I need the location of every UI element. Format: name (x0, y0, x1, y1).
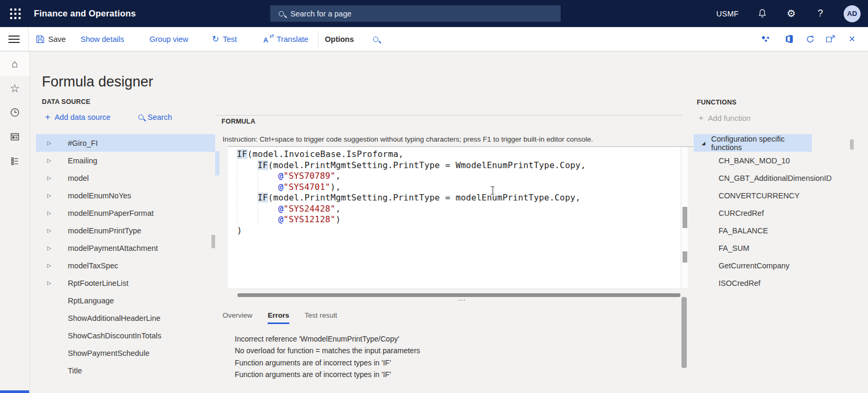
translate-button[interactable]: A ⇄ Translate (263, 27, 308, 51)
open-in-new-window-button[interactable] (826, 27, 835, 51)
nav-workspaces-button[interactable] (0, 125, 30, 149)
form-icon (10, 132, 20, 142)
tree-item-modelPaymentAttachment[interactable]: ▷modelPaymentAttachment (36, 239, 215, 257)
code-token: ) (237, 225, 242, 235)
office-apps-button[interactable] (785, 27, 794, 51)
show-details-button[interactable]: Show details (81, 27, 124, 51)
nav-modules-button[interactable] (0, 149, 30, 173)
results-vertical-scrollbar[interactable] (681, 297, 687, 368)
code-token: ), (330, 182, 341, 192)
popout-icon (826, 35, 835, 43)
function-item-FA_BALANCE[interactable]: FA_BALANCE (694, 222, 842, 239)
function-item-label: CONVERTCURRENCY (694, 191, 800, 200)
code-line: ) (237, 225, 680, 237)
tree-item-modelEnumPaperFormat[interactable]: ▷modelEnumPaperFormat (36, 204, 215, 222)
code-token: @ (278, 171, 284, 181)
tab-test-result[interactable]: Test result (305, 311, 338, 322)
top-navigation-bar: Finance and Operations Search for a page… (0, 0, 868, 27)
tree-item-modelEnumNoYes[interactable]: ▷modelEnumNoYes (36, 187, 215, 204)
formula-designer-page: Formula designer DATA SOURCE + Add data … (30, 51, 868, 393)
function-item-GetCurrentCompany[interactable]: GetCurrentCompany (694, 257, 842, 274)
avatar[interactable]: AD (844, 5, 861, 22)
company-picker[interactable]: USMF (716, 10, 739, 18)
tree-item-ShowCashDiscountInTotals[interactable]: ShowCashDiscountInTotals (36, 327, 215, 344)
refresh-test-icon: ↻ (212, 35, 219, 43)
tree-item-ShowAdditionalHeaderLine[interactable]: ShowAdditionalHeaderLine (36, 309, 215, 327)
add-data-source-button[interactable]: + Add data source (45, 112, 111, 121)
tree-item-RptLanguage[interactable]: RptLanguage (36, 292, 215, 309)
tab-errors[interactable]: Errors (268, 311, 289, 324)
tree-item-modelEnumPrintType[interactable]: ▷modelEnumPrintType (36, 222, 215, 239)
error-message: Incorrect reference 'WmodelEnumPrintType… (235, 333, 420, 345)
function-item-FA_SUM[interactable]: FA_SUM (694, 239, 842, 257)
formula-heading: FORMULA (222, 118, 255, 125)
data-source-heading: DATA SOURCE (42, 98, 91, 106)
tree-item-model[interactable]: ▷model (36, 169, 215, 187)
waffle-icon (10, 8, 21, 19)
expand-chevron-icon[interactable]: ▷ (36, 175, 52, 181)
tree-item-modelTaxSpec[interactable]: ▷modelTaxSpec (36, 257, 215, 274)
help-button[interactable]: ? (814, 8, 826, 20)
nav-home-button[interactable]: ⌂ (0, 51, 30, 76)
function-item-CH_BANK_MOD_10[interactable]: CH_BANK_MOD_10 (694, 152, 842, 169)
test-button[interactable]: ↻ Test (212, 27, 237, 51)
function-item-label: FA_BALANCE (694, 226, 768, 235)
data-source-scrollbar[interactable] (211, 235, 215, 248)
expand-chevron-icon[interactable]: ▷ (36, 280, 52, 286)
options-menu[interactable]: Options (325, 27, 354, 51)
tree-item-RptFooterLineList[interactable]: ▷RptFooterLineList (36, 274, 215, 292)
indent-guide (237, 214, 258, 225)
refresh-button[interactable] (805, 27, 815, 51)
collapse-triangle-icon[interactable]: ◢ (694, 141, 711, 146)
functions-scrollbar[interactable] (850, 139, 854, 150)
editor-vertical-scrollbar[interactable] (681, 147, 688, 288)
page-search-input[interactable]: Search for a page (270, 5, 561, 22)
tree-item-#Giro_FI[interactable]: ▷#Giro_FI (36, 134, 215, 152)
tree-item-ShowPaymentSchedule[interactable]: ShowPaymentSchedule (36, 344, 215, 362)
scrollbar-thumb[interactable] (683, 251, 687, 263)
code-token: @ (278, 182, 284, 192)
nav-rail: ⌂ ☆ (0, 51, 30, 393)
search-icon (279, 11, 284, 16)
expand-chevron-icon[interactable]: ▷ (36, 228, 52, 233)
splitter-handle[interactable]: ⋯ (430, 295, 494, 305)
save-button[interactable]: Save (36, 27, 66, 51)
nav-favorites-button[interactable]: ☆ (0, 76, 30, 100)
group-view-button[interactable]: Group view (149, 27, 188, 51)
function-item-ISOCredRef[interactable]: ISOCredRef (694, 274, 842, 292)
app-window: Finance and Operations Search for a page… (0, 0, 868, 393)
expand-chevron-icon[interactable]: ▷ (36, 158, 52, 163)
notifications-button[interactable] (756, 8, 768, 20)
add-function-button[interactable]: + Add function (698, 113, 751, 123)
flow-button[interactable] (760, 27, 771, 51)
formula-code-editor[interactable]: IF(model.InvoiceBase.IsProforma,IF(model… (228, 147, 680, 288)
code-token: (model.PrintMgmtSetting.PrintType = Wmod… (268, 160, 586, 170)
expand-chevron-icon[interactable]: ▷ (36, 140, 52, 146)
group-view-label: Group view (149, 35, 188, 43)
nav-recent-button[interactable] (0, 100, 30, 125)
code-token: (model.PrintMgmtSetting.PrintType = mode… (268, 193, 581, 203)
scrollbar-thumb[interactable] (683, 207, 687, 228)
settings-button[interactable]: ⚙ (785, 8, 797, 20)
expand-chevron-icon[interactable]: ▷ (36, 245, 52, 251)
function-item-CONVERTCURRENCY[interactable]: CONVERTCURRENCY (694, 187, 842, 204)
close-button[interactable]: × (849, 27, 855, 51)
text-cursor-icon (490, 186, 495, 195)
expand-chevron-icon[interactable]: ▷ (36, 193, 52, 198)
expand-chevron-icon[interactable]: ▷ (36, 263, 52, 268)
code-token: IF (237, 149, 247, 159)
hamburger-menu-button[interactable] (8, 36, 20, 43)
function-item-CURCredRef[interactable]: CURCredRef (694, 204, 842, 222)
data-source-search-button[interactable]: Search (138, 112, 172, 121)
toolbar-search-button[interactable] (373, 27, 378, 51)
expand-chevron-icon[interactable]: ▷ (36, 210, 52, 216)
waffle-menu-button[interactable] (0, 0, 30, 27)
function-group-configuration-specific[interactable]: ◢ Configuration specific functions (694, 134, 812, 152)
function-item-CN_GBT_AdditionalDimensionID[interactable]: CN_GBT_AdditionalDimensionID (694, 169, 842, 187)
tab-overview[interactable]: Overview (223, 311, 252, 322)
code-token: "SYS12128" (284, 214, 335, 224)
tree-item-label: RptFooterLineList (52, 279, 128, 287)
tree-item-Title[interactable]: Title (36, 362, 215, 379)
tree-item-Emailing[interactable]: ▷Emailing (36, 152, 215, 169)
functions-list: CH_BANK_MOD_10CN_GBT_AdditionalDimension… (694, 152, 842, 292)
